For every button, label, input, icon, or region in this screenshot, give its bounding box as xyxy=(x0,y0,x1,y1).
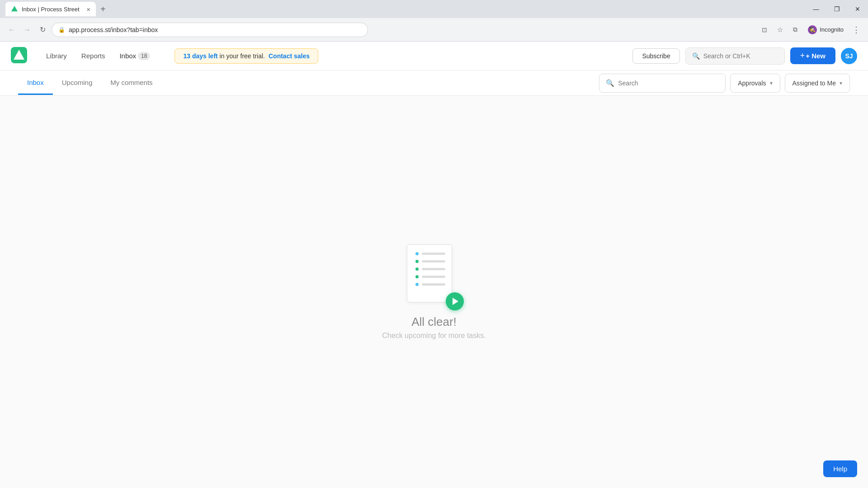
subscribe-button[interactable]: Subscribe xyxy=(632,48,679,64)
search-filter-icon: 🔍 xyxy=(606,79,614,87)
dot-1 xyxy=(415,252,419,255)
line-1 xyxy=(422,253,445,255)
main-content: All clear! Check upcoming for more tasks… xyxy=(0,96,868,488)
empty-title: All clear! xyxy=(411,315,457,329)
tab-inbox[interactable]: Inbox xyxy=(18,71,53,95)
global-search-bar[interactable]: 🔍 xyxy=(685,47,785,65)
user-avatar[interactable]: SJ xyxy=(841,48,857,64)
dot-2 xyxy=(415,283,419,286)
back-button[interactable]: ← xyxy=(5,23,18,36)
url-text: app.process.st/inbox?tab=inbox xyxy=(69,26,158,33)
tab-title: Inbox | Process Street xyxy=(22,6,83,13)
play-triangle-icon xyxy=(453,298,458,305)
assigned-label: Assigned to Me xyxy=(793,80,836,87)
trial-text: 13 days left in your free trial. xyxy=(183,52,265,60)
sub-nav-filters: 🔍 Approvals ▾ Assigned to Me ▾ xyxy=(599,74,850,93)
incognito-label: Incognito xyxy=(820,26,844,33)
approvals-chevron-icon: ▾ xyxy=(770,80,773,86)
trial-days: 13 days left xyxy=(183,52,217,60)
reports-nav-link[interactable]: Reports xyxy=(75,48,112,63)
browser-chrome: Inbox | Process Street × + — ❐ ✕ ← → ↻ 🔒… xyxy=(0,0,868,42)
sub-nav-tabs: Inbox Upcoming My comments xyxy=(18,71,162,95)
doc-row-5 xyxy=(415,283,445,286)
check-2 xyxy=(415,267,419,271)
tab-my-comments[interactable]: My comments xyxy=(101,71,161,95)
top-nav: Library Reports Inbox 18 13 days left in… xyxy=(0,42,868,70)
window-minimize-button[interactable]: — xyxy=(806,2,826,16)
search-icon: 🔍 xyxy=(692,52,700,60)
check-3 xyxy=(415,275,419,278)
library-nav-link[interactable]: Library xyxy=(40,48,73,63)
tab-close-icon[interactable]: × xyxy=(86,5,90,13)
app: Library Reports Inbox 18 13 days left in… xyxy=(0,42,868,488)
inbox-badge: 18 xyxy=(138,52,150,60)
lock-icon: 🔒 xyxy=(58,27,65,33)
logo-icon xyxy=(11,47,27,63)
doc-row-1 xyxy=(415,252,445,255)
logo[interactable] xyxy=(11,47,27,65)
browser-tab[interactable]: Inbox | Process Street × xyxy=(5,2,96,16)
trial-banner: 13 days left in your free trial. Contact… xyxy=(175,48,318,64)
favicon-icon xyxy=(11,5,18,13)
empty-illustration xyxy=(407,244,461,308)
doc-row-2 xyxy=(415,260,445,263)
incognito-avatar: 🕵 xyxy=(808,25,817,34)
split-screen-icon[interactable]: ⧉ xyxy=(789,23,802,36)
line-2 xyxy=(422,260,445,263)
assigned-to-me-dropdown[interactable]: Assigned to Me ▾ xyxy=(785,74,850,93)
help-button[interactable]: Help xyxy=(823,460,857,477)
sub-nav: Inbox Upcoming My comments 🔍 Approvals ▾… xyxy=(0,70,868,96)
inbox-nav-link[interactable]: Inbox 18 xyxy=(113,48,156,64)
approvals-label: Approvals xyxy=(738,80,766,87)
empty-state: All clear! Check upcoming for more tasks… xyxy=(382,244,486,340)
approvals-dropdown[interactable]: Approvals ▾ xyxy=(730,74,780,93)
contact-sales-link[interactable]: Contact sales xyxy=(269,52,310,60)
line-5 xyxy=(422,283,445,286)
check-1 xyxy=(415,260,419,263)
cast-icon[interactable]: ⊡ xyxy=(758,23,771,36)
line-4 xyxy=(422,276,445,278)
empty-subtitle: Check upcoming for more tasks. xyxy=(382,332,486,340)
bookmark-icon[interactable]: ☆ xyxy=(774,23,786,36)
browser-menu-button[interactable]: ⋮ xyxy=(850,23,863,36)
new-button[interactable]: + + New xyxy=(790,47,835,64)
tab-upcoming[interactable]: Upcoming xyxy=(53,71,102,95)
line-3 xyxy=(422,268,445,270)
nav-links: Library Reports Inbox 18 xyxy=(40,48,156,64)
global-search-input[interactable] xyxy=(703,52,778,60)
reload-button[interactable]: ↻ xyxy=(36,23,49,36)
window-close-button[interactable]: ✕ xyxy=(847,2,868,16)
inbox-search-bar[interactable]: 🔍 xyxy=(599,74,726,93)
inbox-search-input[interactable] xyxy=(618,80,719,87)
new-label: + New xyxy=(806,52,826,60)
forward-button[interactable]: → xyxy=(21,23,33,36)
new-plus-icon: + xyxy=(800,51,805,61)
window-maximize-button[interactable]: ❐ xyxy=(826,2,847,16)
nav-right-controls: Subscribe 🔍 + + New SJ xyxy=(632,47,857,65)
svg-marker-0 xyxy=(11,6,18,11)
address-bar[interactable]: 🔒 app.process.st/inbox?tab=inbox xyxy=(52,23,368,37)
doc-row-4 xyxy=(415,275,445,278)
trial-rest: in your free trial. xyxy=(220,52,265,60)
play-button[interactable] xyxy=(446,292,464,310)
doc-card xyxy=(407,244,452,302)
tab-add-button[interactable]: + xyxy=(96,2,110,16)
doc-row-3 xyxy=(415,267,445,271)
profile-button[interactable]: 🕵 Incognito xyxy=(804,24,847,35)
assigned-chevron-icon: ▾ xyxy=(840,80,842,86)
